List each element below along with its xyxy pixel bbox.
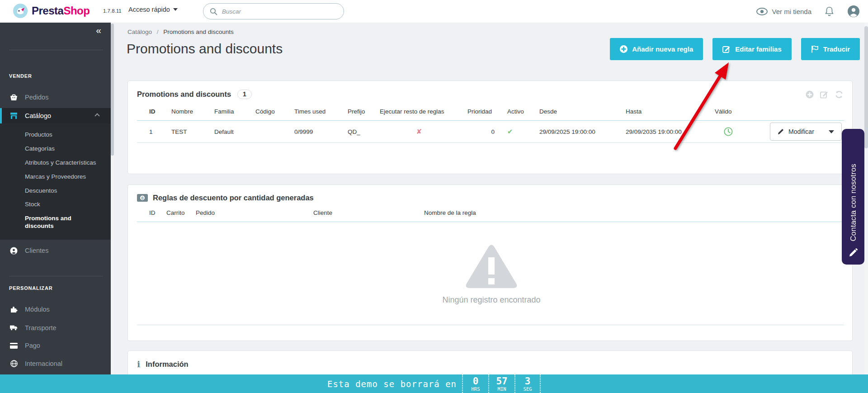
quick-access-label: Acceso rápido (128, 6, 170, 13)
page-title: Promotions and discounts (127, 41, 283, 57)
view-shop-link[interactable]: Ver mi tienda (756, 8, 811, 15)
logo-text-shop: Shop (63, 5, 90, 17)
prestashop-logo[interactable]: PrestaShop (13, 3, 90, 19)
page-scrollbar-track (864, 23, 868, 374)
col-header-desde[interactable]: Desde (534, 99, 620, 121)
payment-card-icon (10, 343, 18, 349)
translate-button[interactable]: Traducir (801, 38, 860, 60)
add-new-rule-button[interactable]: Añadir nueva regla (610, 38, 703, 60)
sidebar-item-pedidos[interactable]: Pedidos (0, 90, 111, 105)
countdown-minutes: 57 MIN (488, 374, 514, 393)
promotions-panel-header: Promotions and discounts 1 (128, 81, 852, 99)
sidebar-item-internacional[interactable]: Internacional (0, 356, 111, 371)
col-header-ejecutar[interactable]: Ejecutar resto de reglas (374, 99, 462, 121)
sidebar-item-transporte[interactable]: Transporte (0, 320, 111, 336)
countdown-seconds-value: 3 (525, 377, 531, 386)
sidebar-scrollbar-thumb[interactable] (111, 24, 114, 156)
modify-dropdown-caret[interactable] (829, 130, 834, 133)
panel-refresh-icon[interactable] (835, 90, 843, 99)
records-count-badge: 1 (237, 90, 252, 99)
user-avatar-icon[interactable] (847, 5, 860, 18)
sidebar-item-label: Internacional (25, 360, 62, 367)
col-header-id[interactable]: ID (137, 99, 166, 121)
breadcrumb-catalogo[interactable]: Catálogo (127, 28, 152, 35)
sidebar-item-label: Módulos (25, 306, 50, 313)
sidebar-item-clientes[interactable]: Clientes (0, 243, 111, 258)
sidebar-item-pago[interactable]: Pago (0, 338, 111, 353)
panel-add-icon[interactable] (806, 90, 814, 99)
submenu-item-marcas[interactable]: Marcas y Proveedores (0, 170, 111, 184)
empty-state: Ningún registro encontrado (142, 242, 840, 305)
contact-us-label: Contacta con nosotros (849, 164, 858, 241)
search-bar[interactable] (203, 3, 344, 19)
col-header-times-used[interactable]: Times used (289, 99, 342, 121)
prestashop-logo-icon (13, 3, 28, 19)
edit-families-label: Editar familias (735, 45, 782, 53)
col-header-hasta[interactable]: Hasta (620, 99, 709, 121)
col-header-familia[interactable]: Familia (209, 99, 250, 121)
cell-prefijo: QD_ (342, 121, 374, 143)
main-content: Catálogo / Promotions and discounts Prom… (114, 23, 868, 393)
add-new-rule-label: Añadir nueva regla (632, 45, 693, 53)
eye-icon (756, 8, 768, 15)
sidebar-item-label: Pago (25, 342, 40, 349)
pencil-icon (778, 128, 784, 135)
header-right-group: Ver mi tienda (756, 0, 860, 23)
col-header-cliente[interactable]: Cliente (308, 202, 419, 222)
submenu-item-promotions-discounts[interactable]: Promotions and discounts (0, 212, 93, 233)
col-header-valido[interactable]: Válido (709, 99, 759, 121)
check-icon: ✔ (507, 128, 513, 135)
countdown-seconds: 3 SEG (514, 374, 541, 393)
sidebar-item-catalogo[interactable]: Catálogo (0, 108, 111, 123)
page-toolbar: Añadir nueva regla Editar familias Tradu… (610, 38, 860, 60)
submenu-item-stock[interactable]: Stock (0, 198, 111, 212)
submenu-item-descuentos[interactable]: Descuentos (0, 184, 111, 198)
col-header-nombre-regla[interactable]: Nombre de la regla (419, 202, 844, 222)
col-header-id[interactable]: ID (137, 202, 161, 222)
information-panel-header: i Información (128, 351, 852, 377)
demo-countdown-message: Esta demo se borrará en (327, 379, 462, 389)
version-label: 1.7.8.11 (103, 8, 122, 14)
plus-circle-icon (620, 45, 627, 53)
globe-icon (10, 360, 18, 367)
contact-us-tab[interactable]: Contacta con nosotros (842, 129, 864, 265)
cell-times-used: 0/9999 (289, 121, 342, 143)
col-header-codigo[interactable]: Código (250, 99, 289, 121)
submenu-item-productos[interactable]: Productos (0, 128, 111, 142)
countdown-minutes-label: MIN (498, 386, 506, 392)
banknote-icon: 0 (137, 194, 148, 202)
cell-prioridad: 0 (462, 121, 502, 143)
submenu-item-categorias[interactable]: Categorías (0, 142, 111, 156)
col-header-carrito[interactable]: Carrito (161, 202, 190, 222)
table-row[interactable]: 1 TEST Default 0/9999 QD_ ✘ 0 ✔ 29/09/20… (137, 121, 844, 143)
sidebar-item-modulos[interactable]: Módulos (0, 302, 111, 317)
sidebar: « VENDER Pedidos Catálogo Productos Cate… (0, 23, 114, 393)
sidebar-scrollbar-track (111, 23, 114, 393)
col-header-activo[interactable]: Activo (502, 99, 534, 121)
page-scrollbar-thumb[interactable] (864, 26, 868, 148)
col-header-nombre[interactable]: Nombre (166, 99, 209, 121)
edit-families-button[interactable]: Editar familias (712, 38, 792, 60)
submenu-item-atributos[interactable]: Atributos y Características (0, 156, 111, 170)
col-header-prefijo[interactable]: Prefijo (342, 99, 374, 121)
notifications-bell-icon[interactable] (825, 6, 834, 16)
orders-basket-icon (10, 94, 18, 101)
countdown-hours-value: 0 (473, 377, 479, 386)
generated-rules-table: ID Carrito Pedido Cliente Nombre de la r… (137, 202, 844, 325)
shipping-truck-icon (10, 325, 18, 331)
edit-square-icon (722, 45, 731, 53)
search-input[interactable] (222, 8, 337, 15)
store-icon (10, 112, 18, 119)
flag-icon (811, 45, 819, 53)
cell-nombre: TEST (166, 121, 209, 143)
col-header-pedido[interactable]: Pedido (190, 202, 308, 222)
panel-edit-icon[interactable] (820, 90, 829, 99)
generated-rules-header-row: ID Carrito Pedido Cliente Nombre de la r… (137, 202, 844, 222)
sidebar-item-label: Transporte (25, 324, 57, 331)
sidebar-divider (9, 276, 103, 276)
quick-access-menu[interactable]: Acceso rápido (128, 6, 178, 13)
col-header-prioridad[interactable]: Prioridad (462, 99, 502, 121)
warning-triangle-icon (465, 244, 518, 289)
sidebar-collapse-button[interactable]: « (96, 25, 101, 35)
modify-button[interactable]: Modificar (770, 123, 842, 141)
